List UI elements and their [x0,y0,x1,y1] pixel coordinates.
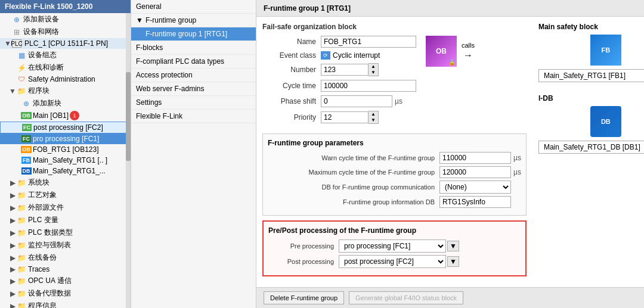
tree-scroll-thumb[interactable] [126,72,131,161]
expand-mf-icon[interactable]: ▶ [10,242,16,248]
tree-item-post-proc[interactable]: FC post processing [FC2] [0,122,131,133]
tree-item-prog-info[interactable]: ▶ 📁 程序信息 [0,300,131,308]
cycle-time-group: Cycle time [262,80,416,92]
tree-content: ⊕ 添加新设备 ⊞ 设备和网络 ▼ PLC PLC_1 [CPU 1511F-1… [0,13,131,308]
tree-item-online-diag[interactable]: ⚡ 在线和诊断 [0,61,131,74]
tree-item-device-proxy[interactable]: ▶ 📁 设备代理数据 [0,287,131,300]
ext-folder-icon: 📁 [17,204,26,212]
expand-dp-icon[interactable]: ▶ [10,291,16,297]
expand-pi-icon[interactable]: ▶ [10,303,16,309]
name-label: Name [262,38,316,46]
db-comm-label: DB for F-runtime group communication [268,183,435,191]
max-cycle-input[interactable] [439,166,511,178]
nav-f-compliant[interactable]: F-compliant PLC data types [131,55,256,69]
tree-item-device-view[interactable]: ▦ 设备组态 [0,49,131,61]
content-body: Fail-safe organization block Name Even [256,17,644,287]
tree-label: 外部源文件 [28,203,64,213]
tree-item-main-safety-2[interactable]: DB Main_Safety_RTG1_... [0,166,131,176]
tree-item-system-block[interactable]: ▶ 📁 系统块 [0,176,131,189]
tree-item-opc-ua[interactable]: ▶ 📁 OPC UA 通信 [0,275,131,287]
nav-label: Flexible F-Link [136,112,182,120]
tree-label: 监控与强制表 [28,240,71,250]
number-spin-down[interactable]: ▼ [369,70,378,76]
nav-flexible-flink[interactable]: Flexible F-Link [131,110,256,123]
cycle-time-label: Cycle time [262,82,316,90]
number-input[interactable] [321,64,369,76]
tree-scrollbar[interactable] [126,13,131,308]
expand-plc-icon[interactable]: ▼ [5,41,11,46]
expand-sys-icon[interactable]: ▶ [10,180,16,186]
tree-item-traces[interactable]: ▶ 📁 Traces [0,264,131,275]
tree-label: PLC 变量 [28,215,58,225]
tree-item-safety-admin[interactable]: 🛡 Safety Administration [0,74,131,85]
expand-ob-icon[interactable]: ▶ [10,255,16,261]
pre-select[interactable]: pro processing [FC1] [339,239,446,253]
idb-icon-row: DB [538,106,644,137]
tree-label: 设备组态 [28,50,57,60]
tree-label: 在线备份 [28,253,57,263]
priority-spin-down[interactable]: ▼ [369,117,378,123]
expand-tech-icon[interactable]: ▶ [10,192,16,198]
info-db-input[interactable] [439,196,511,208]
tree-item-online-backup[interactable]: ▶ 📁 在线备份 [0,251,131,264]
nav-general[interactable]: General [131,0,256,14]
tree-label: 程序块 [28,86,49,96]
expand-tr-icon[interactable]: ▶ [10,266,16,272]
tree-item-external-src[interactable]: ▶ 📁 外部源文件 [0,201,131,214]
prepost-title: Pre/Post processing of the F-runtime gro… [268,226,521,235]
idb-select[interactable]: Main_Safety_RTG1_DB [DB1] [538,141,644,154]
tree-item-monitor-force[interactable]: ▶ 📁 监控与强制表 [0,239,131,251]
expand-ext-icon[interactable]: ▶ [10,205,16,211]
nav-access-protection[interactable]: Access protection [131,69,256,82]
tree-item-main-safety[interactable]: FB Main_Safety_RTG1 [.. ] [0,155,131,166]
expand-dt-icon[interactable]: ▶ [10,230,16,236]
tree-item-device-network[interactable]: ⊞ 设备和网络 [0,26,131,38]
nav-web-server[interactable]: Web server F-admins [131,82,256,96]
tree-label: Main_Safety_RTG1 [.. ] [33,156,107,164]
calls-label: calls [462,42,475,49]
post-select-btn[interactable]: ▼ [447,256,459,267]
tree-item-plc-var[interactable]: ▶ 📁 PLC 变量 [0,214,131,226]
tree-item-add-block[interactable]: ⊕ 添加新块 [0,97,131,110]
tree-item-pro-proc[interactable]: FC pro processing [FC1] [0,133,131,144]
max-cycle-row: Maximum cycle time of the F-runtime grou… [268,166,521,178]
nav-label: General [136,2,162,11]
tree-item-add-device[interactable]: ⊕ 添加新设备 [0,13,131,26]
post-select[interactable]: post processing [FC2] [339,255,446,268]
delete-btn[interactable]: Delete F-runtime group [264,291,344,304]
pre-select-btn[interactable]: ▼ [447,241,459,251]
content-header: F-runtime group 1 [RTG1] [256,0,644,17]
tree-item-program-block[interactable]: ▼ 📁 程序块 [0,85,131,97]
tree-label: 设备和网络 [23,27,59,37]
tree-item-plc-data-types[interactable]: ▶ 📁 PLC 数据类型 [0,226,131,239]
db-comm-select[interactable]: (None) [439,181,511,194]
generate-btn[interactable]: Generate global F4/IO status block [349,291,463,304]
nav-f-runtime-group-1[interactable]: F-runtime group 1 [RTG1] [131,27,256,41]
tree-item-plc1[interactable]: ▼ PLC PLC_1 [CPU 1511F-1 PN] [0,38,131,49]
tree-item-fob-rtg1[interactable]: OB FOB_RTG1 [OB123] [0,144,131,155]
params-section: F-runtime group parameters Warn cycle ti… [262,133,527,216]
priority-spin-up[interactable]: ▲ [369,111,378,117]
cycle-time-input[interactable] [321,80,416,92]
nav-f-blocks[interactable]: F-blocks [131,41,256,55]
nav-settings[interactable]: Settings [131,96,256,110]
warn-cycle-input[interactable] [439,152,511,164]
expand-var-icon[interactable]: ▶ [10,217,16,223]
priority-spin-buttons: ▲ ▼ [369,111,379,124]
spacer-icon [14,168,20,174]
expand-opc-icon[interactable]: ▶ [10,278,16,284]
nav-f-runtime-group[interactable]: ▼ F-runtime group [131,14,256,27]
pi-folder-icon: 📁 [17,302,26,309]
right-section: Main safety block FB Main_Safety_RTG1 [F… [538,23,644,281]
number-spin-up[interactable]: ▲ [369,64,378,70]
params-title: F-runtime group parameters [268,139,521,147]
main-safety-select[interactable]: Main_Safety_RTG1 [FB1] [538,69,644,82]
phase-shift-input[interactable] [321,95,392,107]
name-input[interactable] [321,36,416,48]
priority-input[interactable] [321,111,369,123]
tree-item-tech-obj[interactable]: ▶ 📁 工艺对象 [0,189,131,201]
priority-spinbox: ▲ ▼ [321,111,379,124]
expand-prog-icon[interactable]: ▼ [10,88,16,94]
info-db-row: F-runtime group information DB [268,196,521,208]
tree-item-main-ob1[interactable]: OB Main [OB1] 1 [0,110,131,122]
